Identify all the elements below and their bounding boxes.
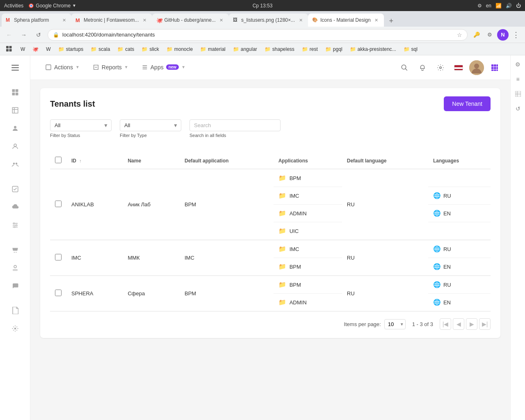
sidebar-settings[interactable] <box>7 320 23 337</box>
bookmark-cats[interactable]: 📁cats <box>114 46 137 53</box>
select-all-checkbox[interactable] <box>55 157 62 163</box>
sidebar-doc[interactable] <box>7 302 23 319</box>
sidebar-person[interactable] <box>7 138 23 155</box>
sidebar-box[interactable] <box>7 102 23 119</box>
settings-bell[interactable] <box>433 60 448 75</box>
url-text[interactable]: localhost:4200/domain/tenancy/tenants <box>62 32 454 38</box>
globe-icon: 🌐 <box>433 299 441 306</box>
sidebar-dashboard[interactable] <box>7 84 23 100</box>
svg-rect-9 <box>11 70 19 71</box>
activities-label[interactable]: Activities <box>4 3 23 9</box>
apps-launcher[interactable] <box>3 43 15 55</box>
tab-png-close[interactable]: ✕ <box>297 17 304 23</box>
sidebar-shop[interactable] <box>7 242 23 258</box>
profile-icon[interactable]: N <box>497 29 509 41</box>
row-checkbox-imc[interactable] <box>55 254 62 260</box>
tab-github[interactable]: 🐙 GitHub - duberg/anne... ✕ <box>152 14 229 27</box>
sidebar-users[interactable] <box>7 120 23 137</box>
search-input[interactable] <box>194 120 276 131</box>
th-default-app: Default application <box>180 153 274 169</box>
bookmark-angular[interactable]: 📁angular <box>230 46 260 53</box>
notification-bell[interactable] <box>415 60 430 75</box>
menu-button[interactable]: ⋮ <box>510 29 522 41</box>
sidebar-check[interactable] <box>7 181 23 197</box>
search-button[interactable] <box>397 60 412 75</box>
per-page-select[interactable]: 10 25 50 100 <box>384 319 406 329</box>
td-deflang-sphera: RU <box>342 276 428 311</box>
nav-apps[interactable]: Apps new ▼ <box>135 55 192 80</box>
bookmark-akka[interactable]: 📁akka-presistenc... <box>347 46 399 53</box>
id-sort-icon[interactable]: ↑ <box>79 158 82 163</box>
bookmark-shapeless[interactable]: 📁shapeless <box>261 46 298 53</box>
back-button[interactable]: ← <box>3 29 15 41</box>
sidebar-chat[interactable] <box>7 278 23 294</box>
bookmark-rest[interactable]: 📁rest <box>299 46 321 53</box>
flag-icon-btn[interactable] <box>451 60 466 75</box>
type-select[interactable]: All BPM IMC ADMIN UIC <box>120 119 181 131</box>
bookmark-startups[interactable]: 📁startups <box>55 46 87 53</box>
td-app-admin-sphera: 📁 ADMIN <box>274 294 342 311</box>
td-check-imc <box>50 240 66 276</box>
right-table-icon[interactable] <box>512 88 524 100</box>
last-page-button[interactable]: ▶| <box>479 318 491 330</box>
bookmark-monocle[interactable]: 📁monocle <box>163 46 196 53</box>
chevron-down-icon: ▼ <box>72 3 76 8</box>
sidebar-profile[interactable] <box>7 260 23 276</box>
row-checkbox-sphera[interactable] <box>55 290 62 296</box>
bookmark-sql[interactable]: 📁sql <box>400 46 421 53</box>
bookmark-slick[interactable]: 📁slick <box>138 46 162 53</box>
prev-page-button[interactable]: ◀ <box>453 318 464 330</box>
bookmark-github-octo[interactable]: 🐙 <box>29 46 42 53</box>
table-icon <box>515 91 521 97</box>
svg-rect-40 <box>491 67 493 69</box>
bookmark-pgql[interactable]: 📁pgql <box>322 46 346 53</box>
tab-icons-close[interactable]: ✕ <box>373 17 380 23</box>
address-bar[interactable]: 🔒 localhost:4200/domain/tenancy/tenants … <box>48 29 468 41</box>
tab-github-close[interactable]: ✕ <box>218 17 225 23</box>
right-list-icon[interactable]: ≡ <box>512 73 524 85</box>
browser-app-name[interactable]: Google Chrome ▼ <box>28 3 76 9</box>
forward-button[interactable]: → <box>18 29 30 41</box>
sidebar-tuning[interactable] <box>7 217 23 233</box>
sidebar-hamburger[interactable] <box>7 59 23 76</box>
svg-point-29 <box>14 328 16 330</box>
td-deflang-imc: RU <box>342 240 428 276</box>
tab-sphera-close[interactable]: ✕ <box>61 17 67 23</box>
star-icon[interactable]: ☆ <box>457 32 462 38</box>
bookmark-material[interactable]: 📁material <box>197 46 229 53</box>
tab-png[interactable]: 🖼 s_listusers.png (1280×... ✕ <box>229 14 308 27</box>
row-checkbox-aniklab[interactable] <box>55 201 62 207</box>
bookmark-scala[interactable]: 📁scala <box>87 46 113 53</box>
nav-reports[interactable]: Reports ▼ <box>86 55 135 80</box>
svg-rect-6 <box>9 49 11 52</box>
new-tab-button[interactable]: + <box>386 15 397 27</box>
td-lang-en-sphera: 🌐 EN <box>428 294 491 311</box>
status-select[interactable]: All Active Inactive <box>50 119 112 131</box>
tab-metronic-close[interactable]: ✕ <box>142 17 148 23</box>
user-avatar[interactable] <box>469 60 484 75</box>
next-page-button[interactable]: ▶ <box>466 318 477 330</box>
tab-sphera[interactable]: M Sphera platform ✕ <box>2 14 71 27</box>
folder-icon: 📁 <box>278 227 286 235</box>
key-icon[interactable]: 🔑 <box>471 29 482 41</box>
type-filter-group: All BPM IMC ADMIN UIC ▼ Filter by Type <box>120 119 181 138</box>
svg-rect-12 <box>12 93 15 96</box>
bookmark-wordpress[interactable]: W <box>17 46 28 53</box>
bookmark-wordpress2[interactable]: W <box>43 46 54 53</box>
right-refresh-icon[interactable]: ↺ <box>512 103 524 114</box>
td-name-aniklab: Аник Лаб <box>123 169 180 240</box>
reload-button[interactable]: ↺ <box>33 29 44 41</box>
right-gear-icon[interactable]: ⚙ <box>512 59 524 70</box>
sidebar-cloud[interactable] <box>7 199 23 215</box>
lock-icon: 🔒 <box>53 32 59 38</box>
td-id-aniklab: ANIKLAB <box>66 169 123 240</box>
new-tenant-button[interactable]: New Tenant <box>444 96 491 111</box>
tab-metronic[interactable]: M Metronic | Fontawesom... ✕ <box>71 14 152 27</box>
svg-rect-30 <box>46 65 51 70</box>
extensions-icon[interactable]: ⚙ <box>484 29 495 41</box>
tab-icons[interactable]: 🎨 Icons - Material Design ✕ <box>308 14 384 27</box>
first-page-button[interactable]: |◀ <box>440 318 451 330</box>
nav-actions[interactable]: Actions ▼ <box>39 55 86 80</box>
sidebar-group[interactable] <box>7 156 23 173</box>
grid-apps-button[interactable] <box>487 60 502 75</box>
